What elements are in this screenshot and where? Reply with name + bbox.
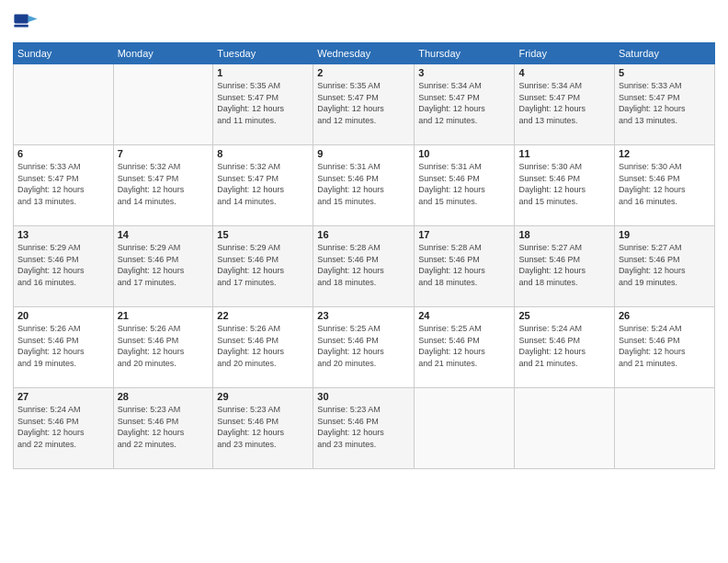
logo <box>13 9 42 35</box>
day-number: 4 <box>518 67 609 78</box>
day-info: Sunrise: 5:24 AM Sunset: 5:46 PM Dayligh… <box>518 323 609 369</box>
day-number: 30 <box>317 391 410 402</box>
calendar-cell: 6Sunrise: 5:33 AM Sunset: 5:47 PM Daylig… <box>14 145 114 226</box>
day-info: Sunrise: 5:30 AM Sunset: 5:46 PM Dayligh… <box>619 161 711 207</box>
week-row-1: 1Sunrise: 5:35 AM Sunset: 5:47 PM Daylig… <box>14 64 715 145</box>
calendar-cell: 7Sunrise: 5:32 AM Sunset: 5:47 PM Daylig… <box>113 145 213 226</box>
week-row-4: 20Sunrise: 5:26 AM Sunset: 5:46 PM Dayli… <box>14 307 715 388</box>
week-row-5: 27Sunrise: 5:24 AM Sunset: 5:46 PM Dayli… <box>14 388 715 469</box>
calendar-cell: 12Sunrise: 5:30 AM Sunset: 5:46 PM Dayli… <box>614 145 714 226</box>
day-info: Sunrise: 5:23 AM Sunset: 5:46 PM Dayligh… <box>317 404 410 450</box>
day-info: Sunrise: 5:28 AM Sunset: 5:46 PM Dayligh… <box>317 242 410 288</box>
day-info: Sunrise: 5:29 AM Sunset: 5:46 PM Dayligh… <box>118 242 210 288</box>
calendar-cell: 11Sunrise: 5:30 AM Sunset: 5:46 PM Dayli… <box>515 145 614 226</box>
day-header-tuesday: Tuesday <box>213 43 313 64</box>
day-number: 2 <box>317 67 410 78</box>
week-row-3: 13Sunrise: 5:29 AM Sunset: 5:46 PM Dayli… <box>14 226 715 307</box>
day-info: Sunrise: 5:24 AM Sunset: 5:46 PM Dayligh… <box>619 323 711 369</box>
calendar-cell: 15Sunrise: 5:29 AM Sunset: 5:46 PM Dayli… <box>213 226 313 307</box>
calendar-cell: 4Sunrise: 5:34 AM Sunset: 5:47 PM Daylig… <box>515 64 614 145</box>
day-number: 19 <box>619 229 711 240</box>
calendar-cell: 22Sunrise: 5:26 AM Sunset: 5:46 PM Dayli… <box>213 307 313 388</box>
day-number: 1 <box>217 67 309 78</box>
calendar-cell: 28Sunrise: 5:23 AM Sunset: 5:46 PM Dayli… <box>113 388 213 469</box>
day-info: Sunrise: 5:26 AM Sunset: 5:46 PM Dayligh… <box>118 323 210 369</box>
calendar-cell: 23Sunrise: 5:25 AM Sunset: 5:46 PM Dayli… <box>313 307 415 388</box>
day-info: Sunrise: 5:23 AM Sunset: 5:46 PM Dayligh… <box>217 404 309 450</box>
day-number: 8 <box>217 148 309 159</box>
day-info: Sunrise: 5:27 AM Sunset: 5:46 PM Dayligh… <box>619 242 711 288</box>
day-number: 23 <box>317 310 410 321</box>
calendar-cell: 18Sunrise: 5:27 AM Sunset: 5:46 PM Dayli… <box>515 226 614 307</box>
calendar-cell: 9Sunrise: 5:31 AM Sunset: 5:46 PM Daylig… <box>313 145 415 226</box>
calendar-cell: 1Sunrise: 5:35 AM Sunset: 5:47 PM Daylig… <box>213 64 313 145</box>
day-number: 25 <box>518 310 609 321</box>
day-number: 16 <box>317 229 410 240</box>
calendar-cell <box>14 64 114 145</box>
day-info: Sunrise: 5:23 AM Sunset: 5:46 PM Dayligh… <box>118 404 210 450</box>
day-info: Sunrise: 5:31 AM Sunset: 5:46 PM Dayligh… <box>317 161 410 207</box>
calendar: SundayMondayTuesdayWednesdayThursdayFrid… <box>13 42 715 469</box>
logo-icon <box>13 9 39 35</box>
day-number: 22 <box>217 310 309 321</box>
day-number: 27 <box>17 391 109 402</box>
day-number: 20 <box>17 310 109 321</box>
calendar-cell <box>614 388 714 469</box>
day-number: 15 <box>217 229 309 240</box>
day-info: Sunrise: 5:26 AM Sunset: 5:46 PM Dayligh… <box>217 323 309 369</box>
day-number: 9 <box>317 148 410 159</box>
calendar-cell <box>515 388 614 469</box>
day-info: Sunrise: 5:28 AM Sunset: 5:46 PM Dayligh… <box>418 242 510 288</box>
day-number: 26 <box>619 310 711 321</box>
calendar-cell: 21Sunrise: 5:26 AM Sunset: 5:46 PM Dayli… <box>113 307 213 388</box>
calendar-cell: 17Sunrise: 5:28 AM Sunset: 5:46 PM Dayli… <box>415 226 515 307</box>
calendar-cell: 10Sunrise: 5:31 AM Sunset: 5:46 PM Dayli… <box>415 145 515 226</box>
day-info: Sunrise: 5:29 AM Sunset: 5:46 PM Dayligh… <box>17 242 109 288</box>
calendar-cell: 26Sunrise: 5:24 AM Sunset: 5:46 PM Dayli… <box>614 307 714 388</box>
day-info: Sunrise: 5:35 AM Sunset: 5:47 PM Dayligh… <box>217 80 309 126</box>
day-header-saturday: Saturday <box>614 43 714 64</box>
day-number: 13 <box>17 229 109 240</box>
day-number: 28 <box>118 391 210 402</box>
svg-marker-1 <box>28 16 38 22</box>
svg-rect-2 <box>14 25 28 28</box>
day-header-sunday: Sunday <box>14 43 114 64</box>
day-number: 12 <box>619 148 711 159</box>
calendar-cell: 20Sunrise: 5:26 AM Sunset: 5:46 PM Dayli… <box>14 307 114 388</box>
calendar-cell: 13Sunrise: 5:29 AM Sunset: 5:46 PM Dayli… <box>14 226 114 307</box>
day-number: 5 <box>619 67 711 78</box>
week-row-2: 6Sunrise: 5:33 AM Sunset: 5:47 PM Daylig… <box>14 145 715 226</box>
calendar-header-row: SundayMondayTuesdayWednesdayThursdayFrid… <box>14 43 715 64</box>
calendar-cell <box>113 64 213 145</box>
calendar-cell: 14Sunrise: 5:29 AM Sunset: 5:46 PM Dayli… <box>113 226 213 307</box>
day-number: 18 <box>518 229 609 240</box>
day-info: Sunrise: 5:26 AM Sunset: 5:46 PM Dayligh… <box>17 323 109 369</box>
calendar-cell: 19Sunrise: 5:27 AM Sunset: 5:46 PM Dayli… <box>614 226 714 307</box>
day-info: Sunrise: 5:25 AM Sunset: 5:46 PM Dayligh… <box>418 323 510 369</box>
day-info: Sunrise: 5:32 AM Sunset: 5:47 PM Dayligh… <box>118 161 210 207</box>
day-number: 6 <box>17 148 109 159</box>
day-number: 17 <box>418 229 510 240</box>
calendar-cell: 5Sunrise: 5:33 AM Sunset: 5:47 PM Daylig… <box>614 64 714 145</box>
day-info: Sunrise: 5:32 AM Sunset: 5:47 PM Dayligh… <box>217 161 309 207</box>
day-number: 10 <box>418 148 510 159</box>
day-info: Sunrise: 5:30 AM Sunset: 5:46 PM Dayligh… <box>518 161 609 207</box>
calendar-cell: 29Sunrise: 5:23 AM Sunset: 5:46 PM Dayli… <box>213 388 313 469</box>
day-number: 29 <box>217 391 309 402</box>
calendar-cell: 2Sunrise: 5:35 AM Sunset: 5:47 PM Daylig… <box>313 64 415 145</box>
calendar-cell: 16Sunrise: 5:28 AM Sunset: 5:46 PM Dayli… <box>313 226 415 307</box>
day-number: 7 <box>118 148 210 159</box>
day-info: Sunrise: 5:24 AM Sunset: 5:46 PM Dayligh… <box>17 404 109 450</box>
calendar-cell: 30Sunrise: 5:23 AM Sunset: 5:46 PM Dayli… <box>313 388 415 469</box>
calendar-cell: 3Sunrise: 5:34 AM Sunset: 5:47 PM Daylig… <box>415 64 515 145</box>
day-info: Sunrise: 5:35 AM Sunset: 5:47 PM Dayligh… <box>317 80 410 126</box>
day-header-wednesday: Wednesday <box>313 43 415 64</box>
day-number: 11 <box>518 148 609 159</box>
day-info: Sunrise: 5:33 AM Sunset: 5:47 PM Dayligh… <box>619 80 711 126</box>
day-header-friday: Friday <box>515 43 614 64</box>
day-info: Sunrise: 5:29 AM Sunset: 5:46 PM Dayligh… <box>217 242 309 288</box>
day-info: Sunrise: 5:33 AM Sunset: 5:47 PM Dayligh… <box>17 161 109 207</box>
calendar-cell: 8Sunrise: 5:32 AM Sunset: 5:47 PM Daylig… <box>213 145 313 226</box>
calendar-cell: 24Sunrise: 5:25 AM Sunset: 5:46 PM Dayli… <box>415 307 515 388</box>
header <box>13 9 715 35</box>
